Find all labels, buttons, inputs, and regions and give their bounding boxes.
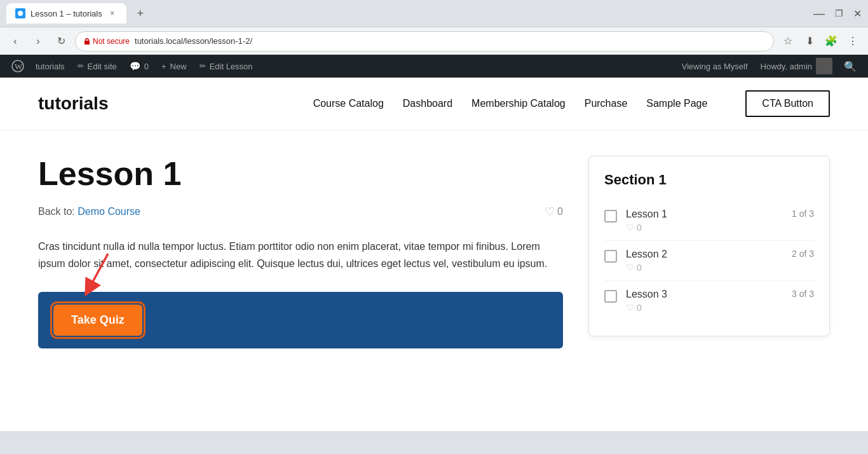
wp-admin-right: Viewing as Myself Howdy, admin 🔍: [675, 55, 862, 78]
wp-admin-bar: W tutorials ✏ Edit site 💬 0 + New ✏ Edit…: [0, 55, 868, 78]
lesson-3-name: Lesson 3: [626, 289, 792, 300]
svg-text:W: W: [15, 62, 23, 71]
howdy[interactable]: Howdy, admin: [754, 58, 839, 74]
maximize-button[interactable]: ❐: [835, 8, 843, 18]
lesson-1-likes[interactable]: ♡ 0: [626, 223, 792, 233]
lesson-item-3[interactable]: Lesson 3 ♡ 0 3 of 3: [604, 281, 814, 320]
nav-dashboard[interactable]: Dashboard: [403, 98, 452, 109]
security-indicator: Not secure: [83, 37, 130, 46]
lesson-2-checkbox[interactable]: [604, 250, 617, 263]
browser-tab[interactable]: Lesson 1 – tutorials ×: [6, 3, 126, 24]
main-content: Lesson 1 Back to: Demo Course ♡ 0 Cras t…: [38, 156, 563, 348]
like-count[interactable]: ♡ 0: [545, 205, 563, 219]
lesson-3-likes[interactable]: ♡ 0: [626, 303, 792, 313]
lesson-3-checkbox[interactable]: [604, 290, 617, 303]
address-bar[interactable]: Not secure tutorials.local/lesson/lesson…: [75, 31, 774, 52]
menu-button[interactable]: ⋮: [844, 32, 862, 50]
lesson-2-name: Lesson 2: [626, 249, 792, 260]
minimize-button[interactable]: —: [813, 7, 825, 20]
nav-purchase[interactable]: Purchase: [585, 98, 628, 109]
viewing-as: Viewing as Myself: [675, 62, 754, 71]
lesson-1-num: 1 of 3: [792, 209, 814, 219]
browser-navbar: ‹ › ↻ Not secure tutorials.local/lesson/…: [0, 27, 868, 55]
browser-actions: ☆ ⬇ 🧩 ⋮: [779, 32, 862, 50]
wp-logo[interactable]: W: [6, 55, 29, 78]
tab-title: Lesson 1 – tutorials: [31, 9, 102, 18]
lesson-2-num: 2 of 3: [792, 249, 814, 259]
lesson-3-num: 3 of 3: [792, 289, 814, 299]
wp-new[interactable]: + New: [155, 55, 193, 78]
lesson-1-info: Lesson 1 ♡ 0: [626, 209, 792, 233]
browser-window: Lesson 1 – tutorials × + — ❐ ✕ ‹ › ↻ Not…: [0, 0, 868, 454]
sidebar: Section 1 Lesson 1 ♡ 0 1 of 3: [588, 156, 830, 348]
site-header: tutorials Course Catalog Dashboard Membe…: [0, 78, 868, 130]
close-window-button[interactable]: ✕: [853, 8, 862, 20]
nav-course-catalog[interactable]: Course Catalog: [313, 98, 384, 109]
lesson-1-checkbox[interactable]: [604, 210, 617, 223]
arrow-annotation: [76, 247, 127, 301]
forward-button[interactable]: ›: [29, 32, 47, 50]
new-tab-button[interactable]: +: [132, 4, 149, 22]
take-quiz-button[interactable]: Take Quiz: [53, 305, 142, 336]
back-to-info: Back to: Demo Course: [38, 206, 140, 217]
lesson-item-2[interactable]: Lesson 2 ♡ 0 2 of 3: [604, 241, 814, 281]
bookmark-button[interactable]: ☆: [779, 32, 797, 50]
like-number: 0: [557, 206, 563, 217]
lesson-title: Lesson 1: [38, 156, 563, 192]
back-to-bar: Back to: Demo Course ♡ 0: [38, 205, 563, 219]
quiz-container: Take Quiz: [38, 292, 563, 348]
site-nav: Course Catalog Dashboard Membership Cata…: [313, 90, 830, 117]
refresh-button[interactable]: ↻: [52, 32, 70, 50]
download-button[interactable]: ⬇: [801, 32, 818, 50]
lesson-3-info: Lesson 3 ♡ 0: [626, 289, 792, 313]
cta-button[interactable]: CTA Button: [745, 90, 830, 117]
lesson-2-info: Lesson 2 ♡ 0: [626, 249, 792, 273]
svg-point-0: [18, 11, 23, 16]
nav-sample-page[interactable]: Sample Page: [646, 98, 707, 109]
lesson-2-heart: ♡: [626, 263, 634, 273]
wp-edit-site[interactable]: ✏ Edit site: [71, 55, 123, 78]
lesson-1-like-count: 0: [637, 223, 642, 233]
lesson-1-heart: ♡: [626, 223, 634, 233]
site-content: W tutorials ✏ Edit site 💬 0 + New ✏ Edit…: [0, 55, 868, 431]
section-title: Section 1: [604, 172, 814, 188]
browser-titlebar: Lesson 1 – tutorials × + — ❐ ✕: [0, 0, 868, 27]
back-to-link[interactable]: Demo Course: [78, 206, 140, 217]
back-button[interactable]: ‹: [6, 32, 24, 50]
wp-comments[interactable]: 💬 0: [123, 55, 155, 78]
nav-membership-catalog[interactable]: Membership Catalog: [471, 98, 566, 109]
tab-close-button[interactable]: ×: [107, 8, 118, 18]
heart-icon: ♡: [545, 205, 555, 219]
lesson-2-likes[interactable]: ♡ 0: [626, 263, 792, 273]
sidebar-card: Section 1 Lesson 1 ♡ 0 1 of 3: [588, 156, 830, 336]
svg-line-4: [89, 254, 108, 289]
lesson-1-name: Lesson 1: [626, 209, 792, 220]
lesson-2-like-count: 0: [637, 263, 642, 273]
tab-favicon: [15, 8, 25, 18]
extensions-button[interactable]: 🧩: [822, 32, 840, 50]
wp-search-icon[interactable]: 🔍: [839, 55, 862, 78]
wp-edit-lesson[interactable]: ✏ Edit Lesson: [193, 55, 259, 78]
url-text: tutorials.local/lesson/lesson-1-2/: [135, 36, 252, 46]
lesson-3-heart: ♡: [626, 303, 634, 313]
lesson-item-1[interactable]: Lesson 1 ♡ 0 1 of 3: [604, 201, 814, 241]
admin-avatar: [816, 58, 832, 74]
wp-site-name[interactable]: tutorials: [29, 55, 71, 78]
lesson-3-like-count: 0: [637, 303, 642, 313]
site-logo[interactable]: tutorials: [38, 93, 108, 114]
page-content: Lesson 1 Back to: Demo Course ♡ 0 Cras t…: [0, 130, 868, 374]
back-to-label: Back to:: [38, 206, 75, 217]
